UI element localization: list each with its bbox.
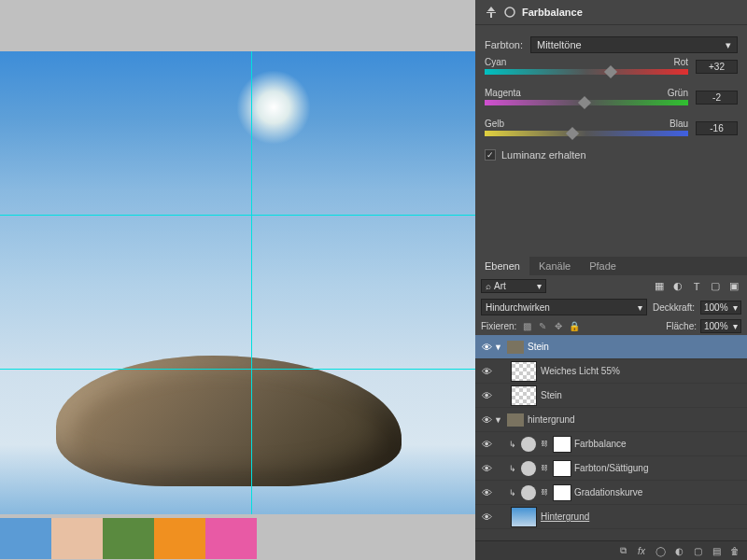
layer-thumb[interactable] <box>511 361 537 382</box>
layer-name[interactable]: Stein <box>528 342 549 352</box>
visibility-toggle[interactable]: 👁 <box>479 439 494 450</box>
color-swatch[interactable] <box>51 518 103 559</box>
slider-thumb[interactable] <box>578 96 591 109</box>
tone-select[interactable]: Mitteltöne ▾ <box>530 36 738 53</box>
color-slider[interactable] <box>485 100 688 105</box>
layers-panel: EbenenKanälePfade ⌕ Art ▾ ▦ ◐ T ▢ ▣ Hind… <box>475 257 747 560</box>
layers-footer: ⧉ fx ◯ ◐ ▢ ▤ 🗑 <box>475 540 747 560</box>
layer-name[interactable]: Hintergrund <box>541 511 589 522</box>
clip-indicator-icon: ↳ <box>509 488 516 497</box>
folder-icon <box>507 341 524 354</box>
panel-title: Farbbalance <box>522 7 583 18</box>
layer-name[interactable]: Gradationskurve <box>574 487 642 497</box>
lock-label: Fixieren: <box>481 321 516 331</box>
guide-vertical[interactable] <box>251 51 252 514</box>
layer-name[interactable]: Stein <box>541 390 562 400</box>
layer-row[interactable]: 👁↳⛓Gradationskurve <box>475 481 747 505</box>
slider-left-label: Gelb <box>485 119 504 129</box>
guide-horizontal[interactable] <box>0 369 475 370</box>
adjustment-icon <box>521 485 536 500</box>
new-adjustment-icon[interactable]: ◐ <box>672 544 685 557</box>
layer-row[interactable]: 👁Weiches Licht 55% <box>475 359 747 384</box>
tab-kanäle[interactable]: Kanäle <box>529 257 580 275</box>
new-layer-icon[interactable]: ▤ <box>710 544 723 557</box>
visibility-toggle[interactable]: 👁 <box>479 414 494 426</box>
folder-arrow-icon[interactable]: ▼ <box>494 415 503 425</box>
filter-pixel-icon[interactable]: ▦ <box>652 280 667 293</box>
color-slider[interactable] <box>485 69 688 75</box>
sun-glow <box>236 70 311 145</box>
color-swatch[interactable] <box>0 518 51 559</box>
add-mask-icon[interactable]: ◯ <box>654 544 667 557</box>
layers-toolbar: ⌕ Art ▾ ▦ ◐ T ▢ ▣ <box>475 275 747 297</box>
layer-row[interactable]: 👁Hintergrund <box>475 505 747 529</box>
delete-layer-icon[interactable]: 🗑 <box>728 544 741 557</box>
guide-horizontal[interactable] <box>0 215 475 216</box>
preserve-luminance-checkbox[interactable]: ✓ <box>485 149 496 161</box>
color-slider[interactable] <box>485 131 688 136</box>
filter-shape-icon[interactable]: ▢ <box>708 280 723 293</box>
visibility-toggle[interactable]: 👁 <box>479 390 494 401</box>
slider-thumb[interactable] <box>604 65 617 78</box>
layer-row[interactable]: 👁Stein <box>475 384 747 408</box>
tab-pfade[interactable]: Pfade <box>580 257 626 275</box>
opacity-input[interactable]: 100%▾ <box>700 301 741 315</box>
slider-value-input[interactable]: +32 <box>696 60 738 74</box>
layer-name[interactable]: Farbton/Sättigung <box>574 463 649 473</box>
layer-name[interactable]: hintergrund <box>528 414 575 425</box>
canvas-area <box>0 0 475 560</box>
visibility-toggle[interactable]: 👁 <box>479 511 494 523</box>
link-layers-icon[interactable]: ⧉ <box>616 544 629 557</box>
layer-filter-select[interactable]: ⌕ Art ▾ <box>481 279 546 293</box>
document-canvas[interactable] <box>0 51 475 514</box>
lock-pixels-icon[interactable]: ✎ <box>536 320 549 333</box>
slider-value-input[interactable]: -2 <box>696 91 738 105</box>
rock-shape <box>56 356 402 486</box>
colorbalance-header: Farbbalance <box>475 0 747 25</box>
layer-mask-thumb[interactable] <box>553 484 571 501</box>
layer-mask-thumb[interactable] <box>553 460 571 477</box>
slider-right-label: Grün <box>668 88 688 98</box>
lock-position-icon[interactable]: ✥ <box>552 320 565 333</box>
link-icon: ⛓ <box>541 488 548 497</box>
panels-sidebar: Farbbalance Farbton: Mitteltöne ▾ CyanRo… <box>475 0 747 560</box>
color-swatch[interactable] <box>205 518 257 559</box>
folder-arrow-icon[interactable]: ▼ <box>494 343 503 352</box>
tone-value: Mitteltöne <box>537 39 582 50</box>
layer-thumb[interactable] <box>511 507 537 527</box>
layer-list: 👁▼Stein👁Weiches Licht 55%👁Stein👁▼hinterg… <box>475 335 747 540</box>
fill-label: Fläche: <box>666 321 697 331</box>
lock-all-icon[interactable]: 🔒 <box>568 320 581 333</box>
filter-type-icon[interactable]: T <box>689 280 704 293</box>
layer-mask-thumb[interactable] <box>553 436 571 453</box>
filter-adjustment-icon[interactable]: ◐ <box>670 280 685 293</box>
layer-name[interactable]: Farbbalance <box>574 439 627 449</box>
layer-row[interactable]: 👁↳⛓Farbbalance <box>475 432 747 456</box>
layer-row[interactable]: 👁↳⛓Farbton/Sättigung <box>475 456 747 481</box>
fill-input[interactable]: 100%▾ <box>700 319 741 333</box>
color-swatch[interactable] <box>154 518 205 559</box>
layer-name[interactable]: Weiches Licht 55% <box>541 366 620 376</box>
layer-row[interactable]: 👁▼Stein <box>475 335 747 359</box>
lock-transparency-icon[interactable]: ▩ <box>520 320 533 333</box>
color-swatches <box>0 518 257 559</box>
layer-fx-icon[interactable]: fx <box>635 544 648 557</box>
link-icon: ⛓ <box>541 440 548 448</box>
new-group-icon[interactable]: ▢ <box>691 544 704 557</box>
blend-mode-select[interactable]: Hindurchwirken ▾ <box>481 299 647 315</box>
layer-row[interactable]: 👁▼hintergrund <box>475 408 747 432</box>
visibility-toggle[interactable]: 👁 <box>479 342 494 353</box>
visibility-toggle[interactable]: 👁 <box>479 463 494 474</box>
visibility-toggle[interactable]: 👁 <box>479 366 494 377</box>
chevron-down-icon: ▾ <box>537 281 542 291</box>
visibility-toggle[interactable]: 👁 <box>479 487 494 498</box>
layer-thumb[interactable] <box>511 385 537 406</box>
color-swatch[interactable] <box>103 518 154 559</box>
slider-thumb[interactable] <box>566 127 579 140</box>
tab-ebenen[interactable]: Ebenen <box>475 257 529 275</box>
clip-indicator-icon: ↳ <box>509 440 516 449</box>
slider-left-label: Magenta <box>485 88 521 98</box>
filter-smart-icon[interactable]: ▣ <box>726 280 741 293</box>
chevron-down-icon: ▾ <box>638 302 642 313</box>
slider-value-input[interactable]: -16 <box>696 121 738 135</box>
